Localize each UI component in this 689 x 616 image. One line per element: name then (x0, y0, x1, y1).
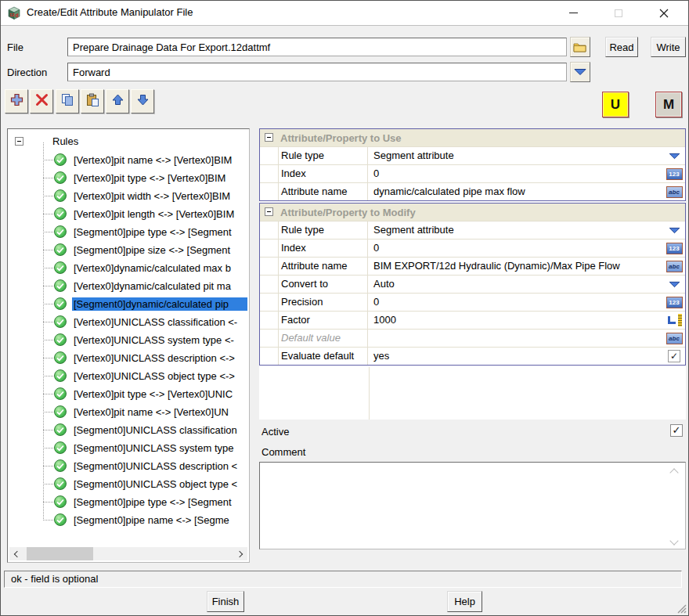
property-control[interactable]: abc (663, 258, 685, 275)
active-checkbox[interactable]: ✓ (670, 424, 683, 437)
property-value[interactable]: 0 (368, 240, 663, 257)
svg-text:12: 12 (9, 13, 15, 17)
finish-button[interactable]: Finish (207, 591, 244, 612)
comment-textarea[interactable] (259, 462, 686, 549)
tree-rule-item[interactable]: [Segment0]UNICLASS object type < (8, 475, 247, 493)
tree-rule-item[interactable]: [Segment0]UNICLASS system type (8, 439, 247, 457)
property-value[interactable]: 0 (368, 294, 663, 311)
property-value[interactable]: Segment attribute (368, 222, 663, 239)
collapse-icon[interactable] (15, 137, 23, 146)
tree-rule-item[interactable]: [Segment0]pipe type <-> [Segment (8, 493, 247, 511)
property-control[interactable] (663, 276, 685, 293)
collapse-icon[interactable] (265, 207, 273, 216)
property-value[interactable] (368, 330, 663, 347)
rule-check-icon (54, 387, 67, 400)
section-header: Attribute/Property to Modify (260, 204, 685, 221)
file-input[interactable] (67, 38, 567, 56)
scroll-left-button[interactable] (9, 547, 23, 560)
tree-rule-item[interactable]: [Vertex0]pit type <-> [Vertex0]UNIC (8, 385, 247, 403)
move-down-button[interactable] (131, 89, 154, 113)
tree-rule-label: [Vertex0]UNICLASS description <-> (72, 351, 247, 365)
chevron-down-icon[interactable] (669, 281, 680, 288)
row-indent (260, 294, 279, 311)
tree-rule-item[interactable]: [Segment0]pipe size <-> [Segment (8, 241, 247, 259)
paste-button[interactable] (81, 89, 104, 113)
tree-rule-label: [Vertex0]pit type <-> [Vertex0]BIM (72, 171, 247, 185)
property-control[interactable]: ✓ (663, 348, 685, 365)
number-input-icon[interactable]: 123 (666, 297, 683, 308)
measure-icon[interactable] (666, 314, 683, 326)
property-control[interactable]: abc (663, 183, 685, 200)
tree-rule-item[interactable]: [Vertex0]UNICLASS classification <- (8, 313, 247, 331)
read-button[interactable]: Read (605, 37, 638, 57)
tree-rule-item[interactable]: [Vertex0]dynamic/calculated pit ma (8, 277, 247, 295)
tree-rule-item[interactable]: [Vertex0]UNICLASS description <-> (8, 349, 247, 367)
tree-rule-item[interactable]: [Segment0]UNICLASS description < (8, 457, 247, 475)
modify-toggle-button[interactable]: M (655, 92, 682, 117)
text-input-icon[interactable]: abc (666, 261, 683, 272)
collapse-icon[interactable] (265, 133, 273, 142)
tree-rule-item[interactable]: [Vertex0]UNICLASS object type <-> (8, 367, 247, 385)
tree-rule-item[interactable]: [Segment0]pipe name <-> [Segme (8, 511, 247, 529)
add-button[interactable] (5, 89, 28, 113)
property-value[interactable]: BIM EXPORT/12d Hydraulic (Dynamic)/Max P… (368, 258, 663, 275)
property-control[interactable]: 123 (663, 240, 685, 257)
tree-rule-item[interactable]: [Vertex0]pit type <-> [Vertex0]BIM (8, 169, 247, 187)
tree-items: [Vertex0]pit name <-> [Vertex0]BIM[Verte… (8, 151, 247, 529)
property-value[interactable]: 1000 (368, 312, 663, 329)
property-control[interactable]: 123 (663, 294, 685, 311)
direction-dropdown-button[interactable] (570, 62, 590, 82)
add-icon (10, 93, 23, 110)
property-control[interactable]: 123 (663, 165, 685, 182)
property-control[interactable] (663, 312, 685, 329)
tree-root[interactable]: Rules (8, 133, 249, 150)
close-button[interactable] (652, 1, 676, 25)
tree-horizontal-scrollbar[interactable] (9, 547, 247, 560)
text-input-icon[interactable]: abc (666, 186, 683, 198)
tree-rule-item[interactable]: [Vertex0]pit name <-> [Vertex0]BIM (8, 151, 247, 169)
12d-logo-icon: 12 d (7, 6, 21, 20)
property-label: Rule type (279, 147, 368, 164)
property-control[interactable] (663, 222, 685, 239)
minimize-button[interactable] (561, 1, 585, 25)
row-checkbox[interactable]: ✓ (668, 350, 680, 362)
tree-rule-item[interactable]: [Segment0]pipe type <-> [Segment (8, 223, 247, 241)
tree-rule-item[interactable]: [Vertex0]pit length <-> [Vertex0]BIM (8, 205, 247, 223)
property-value[interactable]: 0 (368, 165, 663, 182)
tree-rule-item[interactable]: [Vertex0]pit width <-> [Vertex0]BIM (8, 187, 247, 205)
scroll-right-button[interactable] (234, 547, 247, 560)
tree-rule-item[interactable]: [Vertex0]UNICLASS system type <- (8, 331, 247, 349)
browse-file-button[interactable] (570, 37, 590, 57)
paste-icon (85, 93, 99, 110)
property-row: Convert toAuto (260, 275, 685, 293)
delete-button[interactable] (30, 89, 53, 113)
number-input-icon[interactable]: 123 (666, 168, 683, 180)
property-row: Rule typeSegment attribute (260, 146, 685, 164)
copy-button[interactable] (56, 89, 79, 113)
property-control[interactable]: abc (663, 330, 685, 347)
property-label: Attribute name (279, 183, 368, 200)
rule-check-icon (54, 189, 67, 202)
finish-button-label: Finish (212, 596, 240, 607)
property-value[interactable]: dynamic/calculated pipe max flow (368, 183, 663, 200)
row-indent (260, 240, 279, 257)
tree-rule-item[interactable]: [Segment0]UNICLASS classification (8, 421, 247, 439)
scrollbar-thumb[interactable] (27, 547, 93, 560)
tree-rule-item[interactable]: [Vertex0]dynamic/calculated max b (8, 259, 247, 277)
tree-rule-item[interactable]: [Vertex0]pit name <-> [Vertex0]UN (8, 403, 247, 421)
property-control[interactable] (663, 147, 685, 164)
chevron-down-icon[interactable] (669, 153, 680, 160)
use-toggle-button[interactable]: U (602, 92, 629, 117)
help-button[interactable]: Help (447, 591, 482, 612)
property-value[interactable]: Segment attribute (368, 147, 663, 164)
property-value[interactable]: yes (368, 348, 663, 365)
resize-grip[interactable] (675, 602, 687, 614)
move-up-button[interactable] (106, 89, 129, 113)
direction-input[interactable] (67, 63, 567, 81)
write-button[interactable]: Write (651, 37, 686, 57)
chevron-down-icon[interactable] (669, 227, 680, 234)
tree-rule-item[interactable]: [Segment0]dynamic/calculated pip (8, 295, 247, 313)
property-value[interactable]: Auto (368, 276, 663, 293)
text-input-icon[interactable]: abc (666, 333, 683, 344)
number-input-icon[interactable]: 123 (666, 243, 683, 254)
